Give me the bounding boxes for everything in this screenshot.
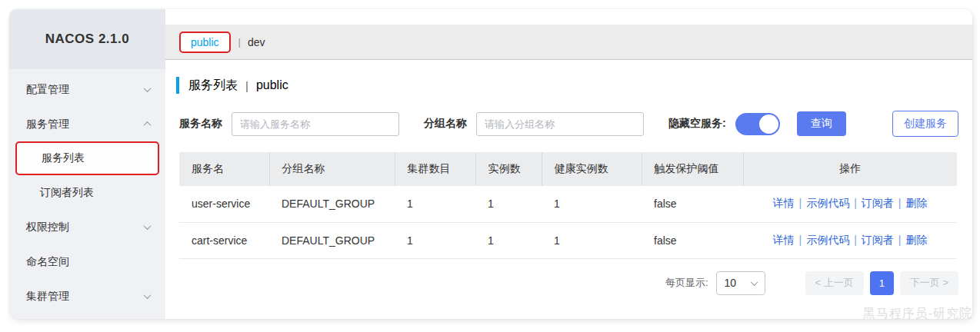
col-header-operations: 操作 (743, 152, 957, 186)
sidebar-item-namespace[interactable]: 命名空间 (9, 244, 165, 279)
action-separator: | (898, 197, 902, 209)
cell-group-name: DEFAULT_GROUP (269, 186, 395, 222)
table-header-row: 服务名 分组名称 集群数目 实例数 健康实例数 触发保护阈值 操作 (179, 152, 957, 186)
chevron-down-icon (144, 222, 152, 230)
cell-cluster-count: 1 (395, 186, 475, 222)
page-title-divider: | (245, 79, 248, 92)
cell-operations: 详情|示例代码|订阅者|删除 (743, 186, 957, 222)
chevron-down-icon (750, 278, 758, 286)
annotation-box-service-list: 服务列表 (15, 141, 159, 175)
delete-link[interactable]: 删除 (905, 197, 927, 209)
col-header-protect-threshold: 触发保护阈值 (642, 152, 743, 186)
group-name-label: 分组名称 (424, 117, 467, 131)
chevron-down-icon (144, 291, 152, 299)
sidebar-item-service-management[interactable]: 服务管理 (9, 107, 165, 141)
cell-healthy-count: 1 (542, 222, 642, 258)
col-header-service-name: 服务名 (179, 152, 269, 186)
sidebar-header: NACOS 2.1.0 (9, 9, 165, 69)
table-row: cart-service DEFAULT_GROUP 1 1 1 false 详… (179, 222, 957, 258)
watermark-text: 黑马程序员-研究院 (863, 306, 972, 322)
col-header-cluster-count: 集群数目 (395, 152, 475, 186)
cell-instance-count: 1 (475, 186, 542, 222)
cell-group-name: DEFAULT_GROUP (269, 222, 395, 258)
sidebar-item-config-management[interactable]: 配置管理 (9, 72, 165, 107)
sidebar: NACOS 2.1.0 配置管理 服务管理 服务列表 订阅者列表 权限控制 (9, 9, 165, 319)
create-service-button[interactable]: 创建服务 (892, 111, 958, 137)
cell-protect-threshold: false (642, 186, 743, 222)
sidebar-item-label: 服务管理 (26, 118, 69, 131)
cell-instance-count: 1 (475, 222, 542, 258)
delete-link[interactable]: 删除 (905, 234, 927, 246)
sidebar-menu: 配置管理 服务管理 服务列表 订阅者列表 权限控制 命名空间 (9, 69, 165, 314)
sidebar-item-subscriber-list[interactable]: 订阅者列表 (9, 175, 165, 210)
chevron-down-icon (144, 85, 152, 92)
app-title: NACOS 2.1.0 (45, 32, 129, 47)
page-size-select[interactable]: 10 (716, 271, 765, 295)
detail-link[interactable]: 详情 (773, 197, 795, 209)
toggle-knob-icon (759, 115, 778, 134)
detail-link[interactable]: 详情 (773, 234, 795, 246)
sample-code-link[interactable]: 示例代码 (806, 234, 849, 246)
page-title-row: 服务列表 | public (176, 77, 972, 94)
sidebar-item-permission-control[interactable]: 权限控制 (9, 210, 165, 244)
hide-empty-service-label: 隐藏空服务: (668, 117, 726, 131)
page-title-namespace: public (256, 78, 288, 92)
table-row: user-service DEFAULT_GROUP 1 1 1 false 详… (179, 186, 957, 222)
sidebar-item-cluster-management[interactable]: 集群管理 (9, 279, 165, 314)
subscriber-link[interactable]: 订阅者 (862, 234, 894, 246)
sidebar-item-label: 命名空间 (26, 255, 69, 269)
action-separator: | (799, 197, 802, 209)
cell-protect-threshold: false (642, 222, 743, 258)
chevron-up-icon (144, 121, 152, 129)
namespace-bar: public | dev (165, 25, 972, 60)
sidebar-item-label: 订阅者列表 (40, 186, 94, 200)
app-window: NACOS 2.1.0 配置管理 服务管理 服务列表 订阅者列表 权限控制 (9, 9, 972, 319)
col-header-group-name: 分组名称 (269, 152, 395, 186)
filter-row: 服务名称 分组名称 隐藏空服务: 查询 创建服务 (165, 111, 972, 137)
sidebar-item-label: 集群管理 (26, 290, 69, 304)
sidebar-item-label: 配置管理 (26, 83, 69, 97)
sidebar-item-label: 权限控制 (26, 221, 69, 234)
prev-page-button[interactable]: < 上一页 (805, 271, 864, 295)
action-separator: | (799, 234, 802, 246)
page-size-label: 每页显示: (665, 276, 708, 290)
title-accent-bar (176, 77, 179, 94)
sample-code-link[interactable]: 示例代码 (806, 197, 849, 209)
subscriber-link[interactable]: 订阅者 (862, 197, 894, 209)
group-name-input[interactable] (476, 112, 644, 136)
sidebar-item-service-list[interactable]: 服务列表 (17, 143, 158, 174)
hide-empty-service-toggle[interactable] (735, 113, 780, 135)
namespace-tab-dev[interactable]: dev (248, 36, 265, 48)
cell-cluster-count: 1 (395, 222, 475, 258)
cell-service-name: user-service (179, 186, 269, 222)
cell-healthy-count: 1 (542, 186, 642, 222)
action-separator: | (854, 197, 857, 209)
namespace-divider: | (238, 36, 241, 48)
service-table: 服务名 分组名称 集群数目 实例数 健康实例数 触发保护阈值 操作 user-s… (179, 152, 957, 259)
pagination-bar: 每页显示: 10 < 上一页 1 下一页 > (165, 271, 958, 295)
page-size-value: 10 (725, 277, 737, 289)
cell-operations: 详情|示例代码|订阅者|删除 (743, 222, 957, 258)
service-name-input[interactable] (232, 112, 399, 136)
query-button[interactable]: 查询 (797, 111, 846, 136)
cell-service-name: cart-service (179, 222, 269, 258)
page-title: 服务列表 (188, 78, 238, 94)
sidebar-item-label: 服务列表 (42, 151, 85, 165)
service-name-label: 服务名称 (179, 117, 222, 131)
namespace-tab-public[interactable]: public (179, 32, 231, 53)
action-separator: | (898, 234, 902, 246)
col-header-instance-count: 实例数 (475, 152, 542, 186)
col-header-healthy-count: 健康实例数 (542, 152, 642, 186)
current-page-button[interactable]: 1 (870, 271, 894, 295)
next-page-button[interactable]: 下一页 > (900, 271, 958, 295)
action-separator: | (854, 234, 857, 246)
main-content: public | dev 服务列表 | public 服务名称 分组名称 隐藏空… (165, 9, 972, 319)
